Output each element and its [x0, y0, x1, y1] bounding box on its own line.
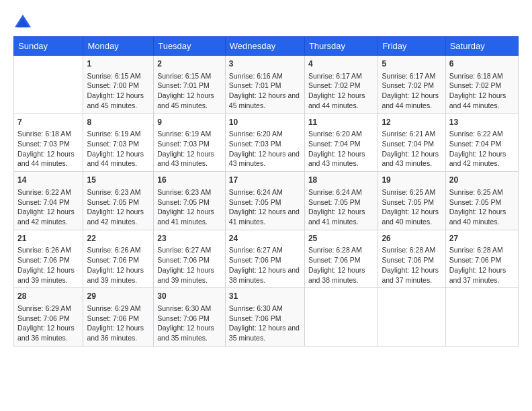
- daylight-hours: Daylight: 12 hours and 39 minutes.: [17, 265, 79, 285]
- daylight-hours: Daylight: 12 hours and 43 minutes.: [157, 149, 222, 169]
- sunrise-time: Sunrise: 6:30 AM: [229, 304, 301, 314]
- sunrise-time: Sunrise: 6:15 AM: [157, 71, 222, 81]
- daylight-hours: Daylight: 12 hours and 35 minutes.: [229, 323, 301, 342]
- sunrise-time: Sunrise: 6:17 AM: [382, 71, 441, 81]
- calendar-header-row: SundayMondayTuesdayWednesdayThursdayFrid…: [14, 37, 519, 56]
- calendar-cell: 25Sunrise: 6:28 AMSunset: 7:06 PMDayligh…: [304, 230, 378, 288]
- calendar-cell: 9Sunrise: 6:19 AMSunset: 7:03 PMDaylight…: [154, 113, 226, 172]
- logo: [13, 13, 35, 30]
- calendar-cell: 17Sunrise: 6:24 AMSunset: 7:05 PMDayligh…: [225, 172, 304, 230]
- day-number: 24: [229, 233, 301, 244]
- calendar-cell: 1Sunrise: 6:15 AMSunset: 7:00 PMDaylight…: [83, 56, 154, 114]
- sunrise-time: Sunrise: 6:24 AM: [308, 187, 375, 197]
- daylight-hours: Daylight: 12 hours and 44 minutes.: [382, 91, 441, 110]
- daylight-hours: Daylight: 12 hours and 37 minutes.: [449, 265, 515, 285]
- page-header: [13, 13, 519, 30]
- daylight-hours: Daylight: 12 hours and 39 minutes.: [157, 265, 222, 285]
- day-number: 28: [17, 291, 79, 302]
- sunset-time: Sunset: 7:06 PM: [87, 255, 150, 265]
- daylight-hours: Daylight: 12 hours and 42 minutes.: [17, 207, 79, 226]
- day-number: 10: [229, 117, 301, 128]
- sunset-time: Sunset: 7:02 PM: [308, 81, 375, 91]
- calendar-cell: 15Sunrise: 6:23 AMSunset: 7:05 PMDayligh…: [83, 172, 154, 230]
- sunrise-time: Sunrise: 6:24 AM: [229, 187, 301, 197]
- sunrise-time: Sunrise: 6:22 AM: [17, 187, 79, 197]
- daylight-hours: Daylight: 12 hours and 38 minutes.: [229, 265, 301, 285]
- day-number: 11: [308, 117, 375, 128]
- calendar-cell: [14, 56, 83, 114]
- daylight-hours: Daylight: 12 hours and 45 minutes.: [157, 91, 222, 110]
- calendar-cell: 23Sunrise: 6:27 AMSunset: 7:06 PMDayligh…: [154, 230, 226, 288]
- calendar-week-row: 21Sunrise: 6:26 AMSunset: 7:06 PMDayligh…: [14, 230, 519, 288]
- day-number: 21: [17, 233, 79, 244]
- daylight-hours: Daylight: 12 hours and 45 minutes.: [87, 91, 150, 110]
- sunset-time: Sunset: 7:04 PM: [17, 197, 79, 208]
- day-number: 6: [449, 58, 515, 70]
- sunset-time: Sunset: 7:06 PM: [87, 314, 150, 324]
- sunset-time: Sunset: 7:03 PM: [229, 139, 301, 149]
- day-number: 14: [17, 175, 79, 186]
- daylight-hours: Daylight: 12 hours and 45 minutes.: [229, 91, 301, 110]
- sunset-time: Sunset: 7:06 PM: [229, 314, 301, 324]
- day-number: 15: [87, 175, 150, 186]
- calendar-week-row: 14Sunrise: 6:22 AMSunset: 7:04 PMDayligh…: [14, 172, 519, 230]
- calendar-cell: 2Sunrise: 6:15 AMSunset: 7:01 PMDaylight…: [154, 56, 226, 114]
- sunrise-time: Sunrise: 6:28 AM: [382, 245, 441, 255]
- day-number: 16: [157, 175, 222, 186]
- sunrise-time: Sunrise: 6:15 AM: [87, 71, 150, 81]
- logo-icon: [13, 13, 32, 30]
- sunset-time: Sunset: 7:03 PM: [17, 139, 79, 149]
- daylight-hours: Daylight: 12 hours and 40 minutes.: [382, 207, 441, 226]
- day-header-thursday: Thursday: [304, 37, 378, 56]
- sunset-time: Sunset: 7:05 PM: [308, 197, 375, 208]
- sunset-time: Sunset: 7:06 PM: [17, 255, 79, 265]
- sunrise-time: Sunrise: 6:26 AM: [17, 245, 79, 255]
- daylight-hours: Daylight: 12 hours and 44 minutes.: [87, 149, 150, 169]
- daylight-hours: Daylight: 12 hours and 38 minutes.: [308, 265, 375, 285]
- day-number: 26: [382, 233, 441, 244]
- day-number: 3: [229, 58, 301, 70]
- day-number: 2: [157, 58, 222, 70]
- sunset-time: Sunset: 7:06 PM: [17, 314, 79, 324]
- sunset-time: Sunset: 7:06 PM: [229, 255, 301, 265]
- day-number: 12: [382, 117, 441, 128]
- day-header-monday: Monday: [83, 37, 154, 56]
- daylight-hours: Daylight: 12 hours and 39 minutes.: [87, 265, 150, 285]
- day-header-tuesday: Tuesday: [154, 37, 226, 56]
- sunset-time: Sunset: 7:06 PM: [382, 255, 441, 265]
- daylight-hours: Daylight: 12 hours and 44 minutes.: [449, 91, 515, 110]
- calendar-cell: [445, 288, 518, 347]
- sunset-time: Sunset: 7:06 PM: [449, 255, 515, 265]
- calendar-week-row: 1Sunrise: 6:15 AMSunset: 7:00 PMDaylight…: [14, 56, 519, 114]
- sunset-time: Sunset: 7:01 PM: [157, 81, 222, 91]
- day-header-wednesday: Wednesday: [225, 37, 304, 56]
- sunrise-time: Sunrise: 6:25 AM: [449, 187, 515, 197]
- day-number: 20: [449, 175, 515, 186]
- day-number: 22: [87, 233, 150, 244]
- sunrise-time: Sunrise: 6:27 AM: [229, 245, 301, 255]
- calendar-cell: [304, 288, 378, 347]
- day-number: 23: [157, 233, 222, 244]
- sunset-time: Sunset: 7:05 PM: [157, 197, 222, 208]
- sunset-time: Sunset: 7:00 PM: [87, 81, 150, 91]
- daylight-hours: Daylight: 12 hours and 36 minutes.: [17, 323, 79, 342]
- day-header-friday: Friday: [378, 37, 445, 56]
- day-header-saturday: Saturday: [445, 37, 518, 56]
- day-number: 27: [449, 233, 515, 244]
- daylight-hours: Daylight: 12 hours and 44 minutes.: [308, 91, 375, 110]
- calendar-cell: [378, 288, 445, 347]
- daylight-hours: Daylight: 12 hours and 42 minutes.: [87, 207, 150, 226]
- sunset-time: Sunset: 7:05 PM: [449, 197, 515, 208]
- daylight-hours: Daylight: 12 hours and 36 minutes.: [87, 323, 150, 342]
- sunrise-time: Sunrise: 6:29 AM: [87, 304, 150, 314]
- calendar-cell: 11Sunrise: 6:20 AMSunset: 7:04 PMDayligh…: [304, 113, 378, 172]
- daylight-hours: Daylight: 12 hours and 41 minutes.: [308, 207, 375, 226]
- calendar-cell: 5Sunrise: 6:17 AMSunset: 7:02 PMDaylight…: [378, 56, 445, 114]
- calendar-cell: 29Sunrise: 6:29 AMSunset: 7:06 PMDayligh…: [83, 288, 154, 347]
- sunset-time: Sunset: 7:01 PM: [229, 81, 301, 91]
- calendar-cell: 22Sunrise: 6:26 AMSunset: 7:06 PMDayligh…: [83, 230, 154, 288]
- calendar-cell: 20Sunrise: 6:25 AMSunset: 7:05 PMDayligh…: [445, 172, 518, 230]
- sunrise-time: Sunrise: 6:23 AM: [157, 187, 222, 197]
- daylight-hours: Daylight: 12 hours and 35 minutes.: [157, 323, 222, 342]
- day-number: 18: [308, 175, 375, 186]
